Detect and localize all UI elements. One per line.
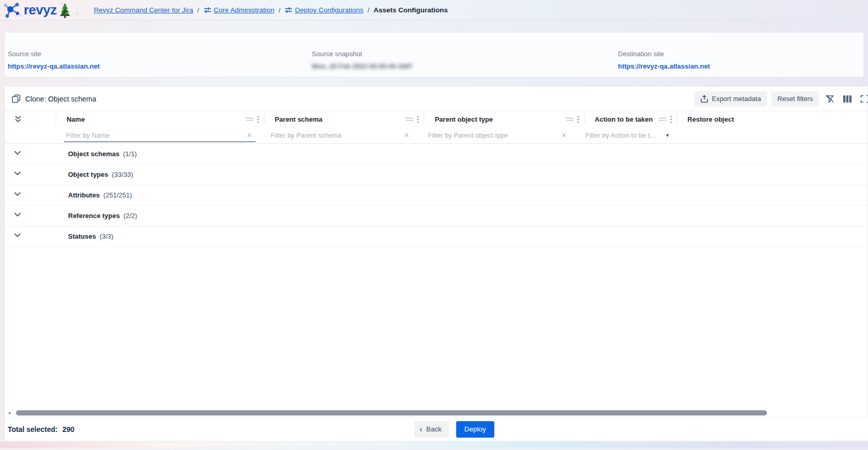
filter-cell-action: ▾: [575, 127, 680, 144]
breadcrumb-separator: /: [278, 6, 280, 14]
export-icon: [700, 95, 708, 103]
sliders-icon: [285, 6, 292, 14]
drag-handle-icon[interactable]: [659, 117, 666, 121]
breadcrumb: Revyz Command Center for Jira / Core Adm…: [94, 6, 448, 14]
filter-off-icon[interactable]: [823, 91, 837, 107]
clear-name-filter-icon[interactable]: ✕: [246, 132, 260, 139]
horizontal-scrollbar: ◂: [5, 409, 868, 416]
breadcrumb-core-administration[interactable]: Core Administration: [204, 6, 275, 14]
scroll-left-arrow-icon[interactable]: ◂: [5, 410, 14, 415]
clone-icon: [12, 94, 21, 103]
breadcrumb-deploy-configurations[interactable]: Deploy Configurations: [285, 6, 363, 14]
card-toolbar: Clone: Object schema Export metadata Res…: [5, 87, 867, 111]
top-app-bar: revyz Revyz Command Center for Jira /: [0, 0, 868, 21]
column-menu-icon[interactable]: [577, 115, 579, 123]
expand-all-cell: [5, 111, 56, 127]
scrollbar-thumb[interactable]: [16, 410, 767, 415]
reset-filters-button[interactable]: Reset filters: [771, 91, 819, 107]
export-metadata-button[interactable]: Export metadata: [694, 91, 767, 107]
total-selected: Total selected: 290: [8, 425, 74, 434]
column-header-parent-schema[interactable]: Parent schema: [264, 111, 424, 127]
chevron-down-icon[interactable]: [14, 151, 21, 155]
back-button[interactable]: ‹ Back: [414, 421, 449, 438]
source-site-link[interactable]: https://revyz-qa.atlassian.net: [8, 62, 99, 70]
group-row-object-schemas[interactable]: Object schemas (1/1): [5, 144, 867, 164]
total-selected-value: 290: [62, 425, 74, 434]
chevron-down-icon[interactable]: [14, 233, 21, 238]
drag-handle-icon[interactable]: [566, 117, 574, 121]
deployment-info-panel: Source site https://revyz-qa.atlassian.n…: [4, 32, 864, 77]
columns-icon[interactable]: [841, 91, 854, 107]
double-chevron-down-icon[interactable]: [14, 115, 22, 123]
table-header-row: Name Parent schema Paren: [5, 111, 867, 127]
breadcrumb-separator: /: [368, 6, 370, 14]
source-snapshot-label: Source snapshot: [312, 50, 413, 58]
column-menu-icon[interactable]: [257, 115, 259, 123]
chevron-left-icon: ‹: [420, 424, 423, 435]
app-logo[interactable]: revyz: [0, 0, 82, 21]
destination-site-label: Destination site: [618, 50, 710, 58]
column-header-name[interactable]: Name: [56, 111, 264, 127]
clear-parent-object-type-filter-icon[interactable]: ✕: [561, 132, 575, 139]
clear-parent-schema-filter-icon[interactable]: ✕: [404, 132, 418, 139]
dropdown-caret-icon[interactable]: ▾: [666, 132, 680, 138]
breadcrumb-revyz-command-center[interactable]: Revyz Command Center for Jira: [94, 6, 193, 14]
parent-schema-filter-input[interactable]: [271, 131, 404, 139]
configurations-card: Clone: Object schema Export metadata Res…: [4, 86, 868, 441]
filter-cell-parent-schema: ✕: [260, 127, 417, 144]
christmas-tree-icon: [58, 3, 72, 18]
chevron-down-icon[interactable]: [14, 192, 21, 196]
chevron-down-icon[interactable]: [14, 212, 21, 217]
total-selected-label: Total selected:: [8, 425, 58, 434]
filter-cell-name: ✕: [55, 127, 260, 144]
group-row-attributes[interactable]: Attributes (251/251): [5, 185, 867, 206]
chevron-down-icon[interactable]: [14, 171, 21, 176]
filter-cell-parent-object-type: ✕: [417, 127, 574, 144]
column-header-restore-object[interactable]: Restore object: [677, 111, 867, 127]
breadcrumb-assets-configurations: Assets Configurations: [374, 6, 448, 14]
group-row-object-types[interactable]: Object types (33/33): [5, 164, 867, 185]
drag-handle-icon[interactable]: [406, 117, 413, 121]
drag-handle-icon[interactable]: [246, 117, 254, 121]
source-snapshot-block: Source snapshot Mon, 20 Feb 2023 00:00:0…: [312, 50, 413, 71]
table-filter-row: ✕ ✕ ✕ ▾: [5, 127, 867, 144]
molecule-logo-icon: [3, 2, 23, 19]
name-filter-input[interactable]: [66, 131, 246, 139]
source-snapshot-value: Mon, 20 Feb 2023 00:00:00 GMT: [312, 62, 413, 70]
column-menu-icon[interactable]: [670, 115, 672, 123]
parent-object-type-filter-input[interactable]: [428, 131, 561, 139]
source-site-block: Source site https://revyz-qa.atlassian.n…: [8, 50, 99, 71]
source-site-label: Source site: [8, 50, 99, 58]
destination-site-link[interactable]: https://revyz-qa.atlassian.net: [618, 62, 710, 70]
breadcrumb-separator: /: [197, 6, 199, 14]
card-footer: Total selected: 290 ‹ Back Deploy: [5, 417, 868, 441]
bottom-gradient-strip: [0, 442, 868, 448]
column-header-parent-object-type[interactable]: Parent object type: [424, 111, 583, 127]
action-filter-select[interactable]: [586, 131, 666, 139]
deploy-button[interactable]: Deploy: [456, 421, 494, 438]
group-row-reference-types[interactable]: Reference types (2/2): [5, 206, 867, 226]
destination-site-block: Destination site https://revyz-qa.atlass…: [618, 50, 710, 71]
expand-icon[interactable]: [858, 91, 868, 107]
column-menu-icon[interactable]: [417, 115, 419, 123]
logo-wordmark: revyz: [24, 2, 57, 18]
card-title: Clone: Object schema: [12, 94, 96, 103]
column-header-action-to-be-taken[interactable]: Action to be taken: [584, 111, 677, 127]
group-row-statuses[interactable]: Statuses (3/3): [5, 226, 867, 247]
toolbar-actions: Export metadata Reset filters: [694, 87, 864, 111]
sliders-icon: [204, 6, 211, 14]
